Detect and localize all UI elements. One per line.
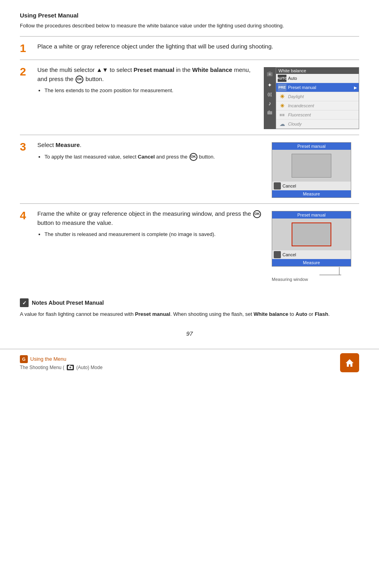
wb-icon-incandescent: ✳ [278,102,286,109]
step-4: 4 Frame the white or gray reference obje… [20,203,359,287]
footer-camera-icon [67,365,74,370]
step-4-image: Preset manual Cancel Measure [272,209,359,282]
svg-point-11 [70,367,71,368]
page-number: 97 [20,330,359,337]
preset-screen-2-title: Preset manual [272,211,351,219]
notes-section: ✓ Notes About Preset Manual A value for … [20,294,359,318]
wb-label-pre: Preset manual [288,85,352,90]
wb-arrow-pre: ▶ [354,85,357,90]
step-number-1: 1 [20,43,31,54]
step-3-bullets: To apply the last measured value, select… [44,153,265,161]
svg-marker-12 [346,359,354,367]
svg-rect-9 [69,365,70,366]
wb-icon-fluorescent: ≡≡ [278,111,286,118]
home-button[interactable] [340,353,359,372]
notes-title-row: ✓ Notes About Preset Manual [20,298,359,307]
measuring-window-label: Measuring window [272,277,308,282]
step-3-image: Preset manual Cancel Measure [272,141,359,198]
footer-sub-prefix: The Shooting Menu ( [20,365,64,370]
step-2-image: ✦ ((( ♪ White balance AUTO [264,66,359,129]
step-2: 2 Use the multi selector ▲▼ to select Pr… [20,60,359,135]
svg-rect-5 [269,110,270,112]
step-number-3: 3 [20,141,31,153]
preset-screen-1: Preset manual Cancel Measure [272,142,351,198]
svg-rect-4 [267,111,272,114]
step-1: 1 Place a white or gray reference object… [20,36,359,60]
wb-icon-daylight: ☀ [278,93,286,100]
wb-row-daylight: ☀ Daylight [276,92,359,101]
wb-row-fluorescent: ≡≡ Fluorescent [276,110,359,120]
notes-text: A value for flash lighting cannot be mea… [20,310,359,318]
wb-icon-cloudy: ☁ [278,120,286,128]
step-2-text: Use the multi selector ▲▼ to select Pres… [37,66,257,83]
preset-cancel-row-2: Cancel [272,250,351,259]
notes-title: Notes About Preset Manual [32,300,104,306]
wb-menu-title: White balance [276,68,359,74]
step-3: 3 Select Measure. To apply the last meas… [20,135,359,203]
wb-label-incandescent: Incandescent [288,103,357,108]
footer-sub-text: The Shooting Menu ( (Auto) Mode [20,365,102,370]
svg-rect-1 [269,72,271,73]
preset-measure-row-1: Measure [272,190,351,197]
wb-menu: White balance AUTO Auto PRE Preset manua… [276,67,359,129]
footer-nav-icon: G [20,355,28,363]
step-3-text: Select Measure. [37,141,265,150]
wb-row-auto: AUTO Auto [276,74,359,83]
footer: G Using the Menu The Shooting Menu ( (Au… [0,349,379,376]
measuring-window-arrow [272,265,351,277]
wb-icon-pre: PRE [278,84,286,91]
footer-nav-link[interactable]: G Using the Menu [20,355,102,363]
step-3-bullet-1: To apply the last measured value, select… [44,153,265,161]
step-4-bullet-1: The shutter is released and measurement … [44,230,265,238]
svg-point-3 [269,74,271,75]
step-3-content: Select Measure. To apply the last measur… [37,141,359,198]
preset-cancel-icon-1 [274,182,281,190]
wb-row-incandescent: ✳ Incandescent [276,101,359,110]
step-4-text: Frame the white or gray reference object… [37,209,265,227]
step-2-bullets: The lens extends to the zoom position fo… [44,87,257,95]
wb-label-fluorescent: Fluorescent [288,112,357,117]
preset-screen-1-inner [292,154,331,178]
camera-side-icons: ✦ ((( ♪ [264,67,276,129]
notes-checkmark-icon: ✓ [20,298,29,307]
preset-screen-2-inner [292,222,331,246]
step-1-text: Place a white or gray reference object u… [37,42,359,51]
wb-label-daylight: Daylight [288,94,357,99]
step-2-bullet-1: The lens extends to the zoom position fo… [44,87,257,95]
wb-label-auto: Auto [288,76,357,81]
step-number-4: 4 [20,210,31,221]
step-4-content: Frame the white or gray reference object… [37,209,359,282]
wb-label-cloudy: Cloudy [288,122,357,126]
preset-cancel-row-1: Cancel [272,182,351,190]
page-title: Using Preset Manual [20,12,359,19]
step-number-2: 2 [20,66,31,77]
preset-cancel-label-1: Cancel [282,184,296,188]
preset-screen-1-title: Preset manual [272,143,351,150]
footer-left: G Using the Menu The Shooting Menu ( (Au… [20,355,102,370]
step-2-content: Use the multi selector ▲▼ to select Pres… [37,66,359,129]
preset-screen-1-body [272,150,351,182]
footer-nav-label: Using the Menu [30,356,66,362]
step-1-content: Place a white or gray reference object u… [37,42,359,54]
wb-row-cloudy: ☁ Cloudy [276,120,359,129]
preset-cancel-icon-2 [274,251,281,258]
step-4-bullets: The shutter is released and measurement … [44,230,265,238]
wb-icon-auto: AUTO [278,75,286,82]
wb-row-pre: PRE Preset manual ▶ [276,83,359,92]
footer-sub-mode: (Auto) Mode [76,365,102,370]
intro-text: Follow the procedures described below to… [20,22,359,30]
preset-screen-2-body [272,219,351,250]
preset-cancel-label-2: Cancel [282,252,296,257]
preset-screen-2: Preset manual Cancel Measure [272,211,351,267]
